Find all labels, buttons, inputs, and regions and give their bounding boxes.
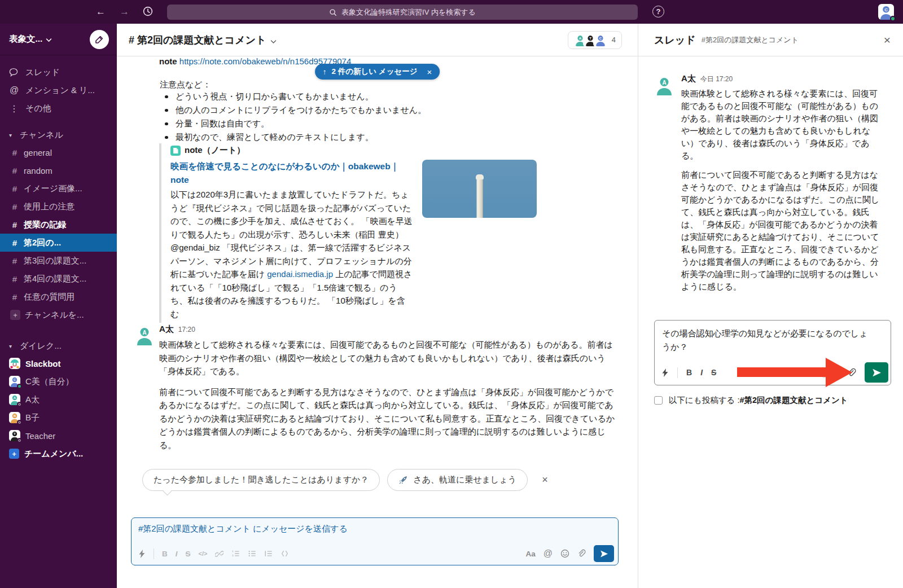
up-arrow-icon: ↑ — [323, 68, 327, 76]
add-channel-button[interactable]: +チャンネルを... — [0, 306, 117, 324]
sidebar-item-dm-a[interactable]: A A太 — [0, 390, 117, 409]
card-title-link[interactable]: 映画を倍速で見ることのなにがわるいのか｜obakeweb｜note — [170, 160, 413, 187]
italic-icon[interactable]: I — [700, 368, 703, 377]
code-icon[interactable]: </> — [199, 550, 208, 557]
link-icon[interactable] — [215, 550, 223, 558]
sidebar-item-channel-images[interactable]: #イメージ画像... — [0, 179, 117, 198]
sidebar-item-channel-random[interactable]: #random — [0, 161, 117, 179]
attach-icon[interactable] — [577, 549, 586, 558]
channel-label: random — [24, 166, 52, 175]
send-button[interactable] — [594, 545, 614, 562]
close-icon[interactable]: × — [542, 474, 548, 486]
channel-members-button[interactable]: A T C 4 — [568, 31, 622, 49]
message-composer: B I S </> — [131, 517, 619, 565]
strikethrough-icon[interactable]: S — [186, 550, 191, 558]
card-provider-row: note（ノート） — [170, 145, 540, 156]
message-author[interactable]: A太 — [681, 73, 696, 84]
history-forward-button[interactable]: → — [120, 5, 129, 19]
card-thumbnail-image[interactable] — [422, 160, 537, 218]
blockquote-icon[interactable] — [264, 550, 273, 558]
format-toggle-icon[interactable]: Aa — [525, 550, 535, 558]
channel-title[interactable]: # 第2回の課題文献とコメント — [129, 33, 266, 47]
close-icon[interactable]: × — [427, 67, 432, 77]
message-timestamp[interactable]: 今日 17:20 — [700, 74, 733, 84]
dms-section-header[interactable]: ▾ ダイレク... — [0, 337, 117, 354]
member-count: 4 — [612, 36, 616, 44]
pencil-icon — [95, 35, 104, 44]
bold-icon[interactable]: B — [162, 550, 168, 558]
user-avatar[interactable]: C — [878, 4, 894, 20]
add-teammates-button[interactable]: + チームメンバ... — [0, 445, 117, 463]
also-send-label: 以下にも投稿する :#第2回の課題文献とコメント — [669, 395, 848, 406]
emoji-icon[interactable] — [560, 549, 569, 558]
thread-header: スレッド #第2回の課題文献とコメント × — [638, 24, 903, 56]
ordered-list-icon[interactable] — [231, 550, 240, 558]
composer-toolbar: B I S </> — [138, 545, 614, 562]
notes-heading: 注意点など： — [160, 80, 211, 90]
sidebar-item-channel-session4[interactable]: #第4回の課題文... — [0, 270, 117, 288]
reply-input[interactable]: その場合認知心理学の知見などが必要になるのでしょうか？ — [655, 321, 876, 354]
sidebar-item-dm-teacher[interactable]: T Teacher — [0, 427, 117, 445]
workspace-header[interactable]: 表象文... — [0, 24, 117, 55]
composer-input[interactable] — [138, 524, 606, 533]
toolbar-divider — [677, 367, 678, 378]
bold-icon[interactable]: B — [686, 368, 692, 377]
history-back-button[interactable]: ← — [96, 5, 106, 19]
suggested-reply-button-1[interactable]: たった今参加しました！聞き逃したことはありますか？ — [142, 469, 380, 491]
code-block-icon[interactable] — [280, 550, 289, 558]
channel-label: 第4回の課題文... — [24, 274, 86, 284]
message-author-avatar[interactable]: A — [134, 325, 155, 345]
annotation-arrow-head — [826, 358, 852, 387]
bullet-item: 他の人のコメントにリプライをつけるかたちでもかまいません。 — [160, 103, 426, 117]
sidebar-item-dm-slackbot[interactable]: Slackbot — [0, 354, 117, 372]
search-icon — [329, 8, 337, 16]
hash-icon: # — [10, 256, 19, 266]
close-icon[interactable]: × — [884, 33, 891, 47]
thread-message: A A太 今日 17:20 映画体験として総称される様々な要素には、回復可能であ… — [654, 73, 882, 293]
channels-section-header[interactable]: ▾ チャンネル — [0, 126, 117, 143]
notes-bullet-list: どういう視点・切り口から書いてもかまいません。 他の人のコメントにリプライをつけ… — [160, 90, 426, 144]
shortcuts-bolt-icon[interactable] — [661, 368, 669, 377]
presence-online-dot — [17, 384, 22, 389]
sidebar-item-mentions[interactable]: @ メンション & リ... — [0, 81, 117, 99]
message-timestamp[interactable]: 17:20 — [178, 326, 195, 334]
search-input[interactable]: 表象文化論特殊研究演習IV 内を検索する — [167, 5, 638, 20]
sidebar-item-more[interactable]: ⋮ その他 — [0, 99, 117, 117]
compose-button[interactable] — [90, 30, 109, 49]
send-button[interactable] — [865, 362, 888, 383]
sidebar-item-channel-general[interactable]: #general — [0, 143, 117, 161]
card-description: 以下は2020年3月に書いたまま放置していたドラフトだ。ちょうど『現代ビジネス』… — [170, 188, 413, 321]
suggested-reply-button-2[interactable]: さあ、軌道に乗せましょう — [387, 469, 528, 491]
thread-channel-subtitle[interactable]: #第2回の課題文献とコメント — [702, 35, 799, 45]
shortcuts-bolt-icon[interactable] — [138, 550, 146, 558]
card-inline-link[interactable]: gendai.ismedia.jp — [267, 269, 333, 279]
strikethrough-icon[interactable]: S — [711, 368, 716, 377]
new-messages-banner[interactable]: ↑ 2 件の新しい メッセージ × — [315, 64, 440, 80]
slack-app: ← → 表象文化論特殊研究演習IV 内を検索する ? C 表象文... — [0, 0, 903, 588]
message: A A太 17:20 映画体験として総称される様々な要素には、回復可能であるもの… — [134, 324, 620, 451]
sidebar-item-dm-self[interactable]: C C美（自分） — [0, 372, 117, 390]
also-send-channel: #第2回の課題文献とコメント — [739, 396, 848, 405]
sidebar-item-dm-b[interactable]: B B子 — [0, 409, 117, 427]
caret-down-icon: ▾ — [9, 343, 15, 349]
message-author-avatar[interactable]: A — [654, 75, 674, 95]
dm-label: Teacher — [25, 431, 55, 441]
history-clock-icon[interactable] — [142, 6, 154, 17]
sidebar-item-channel-session3[interactable]: #第3回の課題文... — [0, 252, 117, 270]
paper-plane-icon — [600, 550, 608, 558]
tower-cap-graphic — [476, 174, 484, 179]
sidebar-item-channel-records[interactable]: #授業の記録 — [0, 216, 117, 234]
chevron-down-icon[interactable] — [270, 40, 277, 44]
italic-icon[interactable]: I — [176, 550, 178, 558]
sidebar-item-channel-session2-selected[interactable]: #第2回の... — [0, 234, 117, 252]
hash-icon: # — [10, 292, 19, 302]
bullet-list-icon[interactable] — [248, 550, 256, 558]
sidebar-item-channel-usage[interactable]: #使用上の注意 — [0, 198, 117, 216]
sidebar-item-threads[interactable]: スレッド — [0, 63, 117, 81]
message-author[interactable]: A太 — [159, 324, 174, 335]
help-button[interactable]: ? — [652, 6, 664, 17]
dm-label: B子 — [25, 413, 40, 423]
also-send-checkbox[interactable] — [654, 396, 663, 405]
sidebar-item-channel-questions[interactable]: #任意の質問用 — [0, 288, 117, 306]
mention-icon[interactable]: @ — [543, 548, 553, 559]
